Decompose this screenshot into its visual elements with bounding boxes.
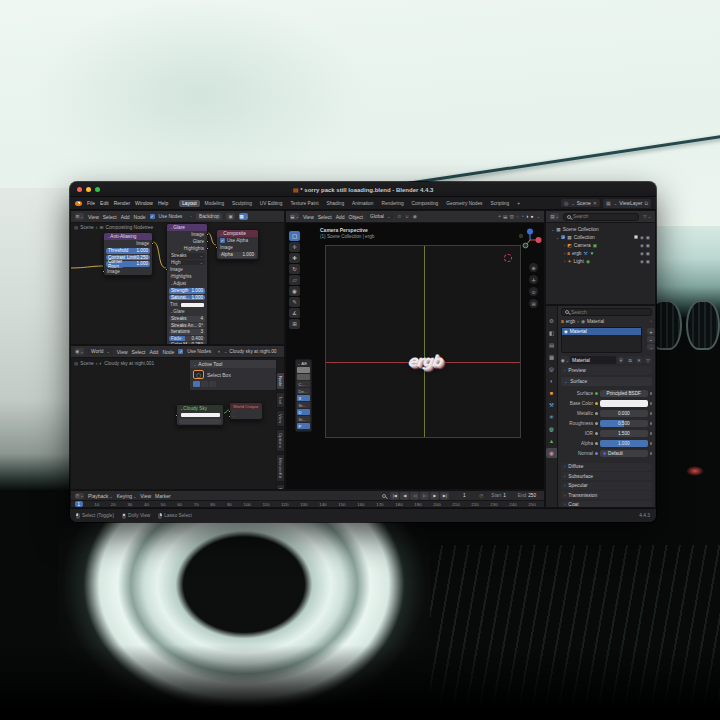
viewlayer-selector[interactable]: ▦ViewLayer⧉ xyxy=(603,199,651,208)
sky-value-field[interactable] xyxy=(179,419,221,424)
workspace-tab[interactable]: Animation xyxy=(349,200,376,207)
menu-item[interactable]: Select xyxy=(132,349,146,355)
surface-shader-button[interactable]: Principled BSDF xyxy=(600,390,648,397)
current-frame-badge[interactable]: 1 xyxy=(75,501,83,507)
properties-tab[interactable]: ▦ xyxy=(546,352,557,362)
menu-item[interactable]: View xyxy=(117,349,128,355)
xray-toggle-icon[interactable]: ▨ xyxy=(509,214,514,219)
node-header[interactable]: ⌄ Glare xyxy=(167,224,207,231)
viewport-canvas[interactable]: Camera Perspective (1) Scene Collection … xyxy=(286,223,544,489)
normal-input[interactable]: Default xyxy=(600,450,648,457)
menu-item[interactable]: Help xyxy=(158,200,168,206)
outliner-display-mode-icon[interactable]: ▤ xyxy=(550,213,559,220)
menu-item[interactable]: Render xyxy=(114,200,130,206)
menu-item[interactable]: Select xyxy=(318,214,332,220)
properties-tab[interactable]: ◧ xyxy=(546,328,557,338)
corner-rounding-slider[interactable]: Corner Roun...1.000 xyxy=(106,261,150,267)
node-output-image[interactable]: Image xyxy=(104,240,152,247)
ae-panel-row[interactable]: St... xyxy=(297,416,310,422)
node-glare[interactable]: ⌄ Glare ImageGlareHighlights Streaks Hig… xyxy=(166,223,208,345)
shader-type-dropdown[interactable]: World xyxy=(88,348,113,355)
transport-button[interactable]: ▶ xyxy=(430,492,439,500)
workspace-tab[interactable]: UV Editing xyxy=(257,200,286,207)
streaks-angle-field[interactable]: Streaks An...0° xyxy=(169,323,205,329)
ae-panel-row[interactable]: D xyxy=(297,409,310,415)
ae-panel-row[interactable]: X xyxy=(297,395,310,401)
menu-item[interactable]: Edit xyxy=(100,200,109,206)
shading-solid-icon[interactable]: ◔ xyxy=(521,214,524,219)
workspace-tab[interactable]: + xyxy=(514,200,523,207)
editor-type-compositor-icon[interactable]: ⊞ xyxy=(75,213,84,220)
ior-slider[interactable]: 1.500 xyxy=(600,430,648,437)
transport-button[interactable]: ▷ xyxy=(420,492,429,500)
workspace-tab[interactable]: Layout xyxy=(179,200,199,207)
remove-slot-button[interactable]: − xyxy=(647,336,655,343)
pin-icon[interactable]: ◦ xyxy=(190,214,192,219)
overlays-toggle-icon[interactable]: ⬓ xyxy=(503,214,508,219)
hide-eye-icon[interactable]: ◉ xyxy=(640,251,644,256)
nav-button[interactable]: ⊟ xyxy=(529,299,538,308)
menu-item[interactable]: Add xyxy=(149,349,158,355)
menu-item[interactable]: Add xyxy=(336,214,345,220)
collapsed-panel-toggle[interactable]: ›Transmission xyxy=(561,491,652,499)
outliner-row-light[interactable]: ›☀ Light ◉ ◉ ▣ xyxy=(548,257,653,265)
toolbar-tool-button[interactable]: ✛ xyxy=(289,242,300,252)
select-mode-new[interactable] xyxy=(193,381,200,387)
streaks-field[interactable]: Streaks4 xyxy=(169,316,205,322)
select-box-tool-icon[interactable]: ▢ xyxy=(193,370,204,379)
workspace-tab[interactable]: Texture Paint xyxy=(287,200,321,207)
outliner-row-camera[interactable]: ›◩ Camera ▣ ◉ ▣ xyxy=(548,241,653,249)
use-nodes-checkbox[interactable] xyxy=(178,349,183,354)
menu-item[interactable]: Window xyxy=(135,200,153,206)
exclude-checkbox[interactable] xyxy=(634,235,639,240)
scene-selector[interactable]: ◎Scene✕ xyxy=(561,199,600,207)
compositor-canvas[interactable]: ◎Scene › ⊞Compositing Nodetree ⌄ Anti-Al… xyxy=(71,223,284,344)
node-world-output[interactable]: World Output · · xyxy=(229,402,263,420)
highlights-panel-toggle[interactable]: › Highlights xyxy=(167,273,207,280)
toolbar-tool-button[interactable]: ∡ xyxy=(289,308,300,318)
select-mode-extend[interactable] xyxy=(201,381,208,387)
sidebar-tab[interactable]: Tool xyxy=(276,392,284,408)
use-alpha-row[interactable]: Use Alpha xyxy=(217,237,258,244)
outliner-row-ergb[interactable]: ›a ergb ⚒ ▼ ◉ ▣ xyxy=(548,249,653,257)
title-bar[interactable]: ▤* sorry pack still loaading.blend - Ble… xyxy=(70,182,656,197)
select-mode-subtract[interactable] xyxy=(209,381,216,387)
sidebar-tab[interactable]: View xyxy=(276,410,284,427)
menu-item[interactable]: View xyxy=(303,214,314,220)
properties-tab[interactable]: ■ xyxy=(546,388,557,398)
toolbar-tool-button[interactable]: ✚ xyxy=(289,253,300,263)
ae-panel-row[interactable]: De... xyxy=(297,388,310,394)
material-slot-list[interactable]: ◉ Material xyxy=(561,327,642,353)
node-input-image[interactable]: Image xyxy=(217,244,258,251)
collection-checkbox[interactable] xyxy=(561,235,565,239)
toolbar-tool-button[interactable]: ✎ xyxy=(289,297,300,307)
workspace-tab[interactable]: Rendering xyxy=(378,200,406,207)
keying-menu[interactable]: Keying xyxy=(117,493,137,499)
node-header[interactable]: ⌄ Composite xyxy=(217,230,258,237)
node-cloudy-sky[interactable]: ⌄ Cloudy Sky xyxy=(176,404,224,426)
render-visibility-icon[interactable]: ▣ xyxy=(646,251,650,256)
ae-panel-row[interactable] xyxy=(297,374,310,380)
nav-button[interactable]: ⊙ xyxy=(529,287,538,296)
use-nodes-checkbox[interactable] xyxy=(150,214,155,219)
ae-panel-row[interactable] xyxy=(297,367,310,373)
collapsed-panel-toggle[interactable]: ›Subsurface xyxy=(561,472,652,480)
workspace-tab[interactable]: Shading xyxy=(323,200,347,207)
node-input-image[interactable]: Image xyxy=(104,268,152,275)
sky-color-row[interactable] xyxy=(177,412,223,418)
properties-tab[interactable]: ⚒ xyxy=(546,400,557,410)
iterations-field[interactable]: Iterations3 xyxy=(169,329,205,335)
view-menu[interactable]: View xyxy=(140,493,151,499)
outliner-row-collection[interactable]: ⌄ ▦ Collection ◉ ▣ xyxy=(548,233,653,241)
material-slot-selected[interactable]: ◉ Material xyxy=(562,328,641,335)
properties-tab[interactable]: ⚙ xyxy=(546,316,557,326)
properties-tab[interactable]: ✳ xyxy=(546,412,557,422)
render-visibility-icon[interactable]: ▣ xyxy=(646,235,650,240)
copy-viewlayer-icon[interactable]: ⧉ xyxy=(644,200,648,207)
hide-eye-icon[interactable]: ◉ xyxy=(640,259,644,264)
workspace-tab[interactable]: Compositing xyxy=(409,200,442,207)
ae-panel-row[interactable]: St... xyxy=(297,402,310,408)
browse-material-dropdown[interactable]: ◉ xyxy=(561,356,569,364)
transport-button[interactable]: ▶| xyxy=(440,492,449,500)
properties-tab[interactable]: ◐ xyxy=(546,376,557,386)
